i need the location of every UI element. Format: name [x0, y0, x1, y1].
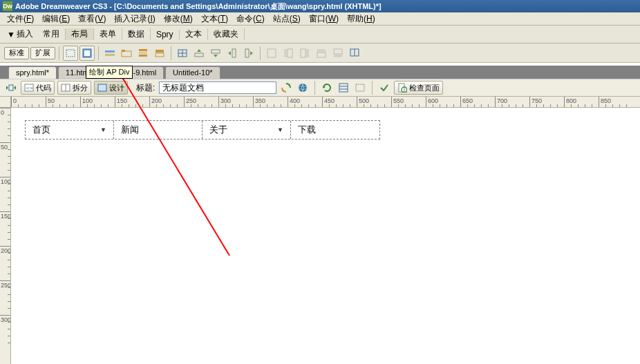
design-icon [97, 83, 107, 93]
svg-rect-5 [122, 51, 131, 57]
spry-collapsible-button[interactable] [152, 46, 167, 61]
frames-dropdown-button[interactable] [347, 46, 362, 61]
spry-item-news[interactable]: 新闻 [114, 121, 203, 139]
insert-tab-text[interactable]: 文本 [180, 28, 208, 40]
spry-accordion-button[interactable] [135, 46, 151, 61]
document-toolbar: <>代码 拆分 设计 标题: 检查页面 [0, 79, 640, 97]
view-split-button[interactable]: 拆分 [57, 81, 91, 95]
menu-file[interactable]: 文件(F) [3, 13, 38, 25]
svg-rect-35 [98, 84, 106, 91]
design-canvas[interactable]: 0501001502002503003504004505005506006507… [0, 97, 640, 364]
frames-top-button[interactable] [314, 46, 329, 61]
spry-item-home[interactable]: 首页▼ [26, 121, 114, 139]
svg-rect-20 [284, 49, 287, 57]
insert-row-above-button[interactable] [191, 46, 207, 61]
refresh-button[interactable] [320, 81, 334, 95]
window-title-text: Adobe Dreamweaver CS3 - [C:\Documents an… [15, 1, 382, 12]
insert-col-right-button[interactable] [241, 46, 256, 61]
frames-bottom-button[interactable] [330, 46, 346, 61]
file-management-button[interactable] [279, 81, 293, 95]
svg-rect-9 [139, 55, 147, 57]
ap-div-icon [82, 48, 93, 59]
svg-rect-38 [339, 84, 348, 92]
svg-text:<>: <> [26, 85, 33, 91]
insert-div-tag-button[interactable] [63, 46, 78, 61]
separator [260, 46, 261, 60]
frames-right-button[interactable] [297, 46, 312, 61]
menubar-icon [104, 48, 115, 59]
title-label: 标题: [136, 82, 155, 94]
document-page[interactable]: 首页▼ 新闻 关于▼ 下载 [11, 108, 640, 364]
insert-row-below-button[interactable] [208, 46, 223, 61]
separator [171, 46, 171, 60]
check-page-icon [397, 83, 407, 93]
svg-rect-4 [105, 54, 115, 56]
table-button[interactable] [175, 46, 190, 61]
validate-button[interactable] [377, 81, 391, 95]
frames-icon [332, 48, 343, 59]
insert-tab-data[interactable]: 数据 [122, 28, 151, 40]
insert-tab-favorites[interactable]: 收藏夹 [208, 28, 245, 40]
menu-help[interactable]: 帮助(H) [343, 13, 379, 25]
svg-point-36 [299, 84, 307, 92]
preview-browser-button[interactable] [296, 81, 310, 95]
spry-item-download[interactable]: 下载 [291, 121, 379, 139]
insert-tab-common[interactable]: 常用 [37, 28, 66, 40]
view-options-button[interactable] [337, 81, 350, 95]
insert-tab-layout[interactable]: 布局 [66, 28, 94, 40]
view-code-button[interactable]: <>代码 [21, 81, 55, 95]
svg-rect-8 [139, 52, 147, 54]
insert-tab-spry[interactable]: Spry [151, 30, 180, 39]
insert-dropdown[interactable]: ▼ 插入 [3, 28, 37, 40]
menu-modify[interactable]: 修改(M) [160, 13, 197, 25]
spry-menu-bar[interactable]: 首页▼ 新闻 关于▼ 下载 [25, 120, 380, 140]
validate-icon [379, 82, 390, 93]
svg-rect-3 [105, 50, 115, 52]
separator [59, 46, 59, 60]
visual-aids-button[interactable] [353, 81, 367, 95]
tabbed-icon [121, 48, 132, 59]
svg-rect-17 [232, 49, 236, 57]
mode-standard-button[interactable]: 标准 [4, 47, 29, 59]
collapsible-icon [154, 48, 165, 59]
check-page-button[interactable]: 检查页面 [394, 81, 443, 95]
insert-col-left-button[interactable] [225, 46, 240, 61]
menu-commands[interactable]: 命令(C) [232, 13, 269, 25]
spry-item-about[interactable]: 关于▼ [203, 121, 291, 139]
frames-dropdown-icon [349, 48, 360, 59]
svg-rect-25 [317, 52, 326, 57]
svg-rect-16 [211, 50, 220, 53]
separator [98, 46, 99, 60]
insert-toolbar: 标准 扩展 [0, 44, 640, 63]
menu-window[interactable]: 窗口(W) [305, 13, 343, 25]
nav-button[interactable] [4, 81, 18, 95]
document-title-input[interactable] [159, 82, 276, 94]
menu-insert[interactable]: 插入记录(I) [110, 13, 159, 25]
iframe-button[interactable] [264, 46, 279, 61]
spry-menubar-button[interactable] [102, 46, 117, 61]
svg-rect-21 [288, 49, 292, 57]
svg-rect-0 [66, 50, 75, 57]
frames-left-button[interactable] [281, 46, 296, 61]
doc-tab-spry[interactable]: spry.html* [8, 66, 57, 79]
svg-rect-10 [156, 50, 164, 52]
draw-ap-div-button[interactable] [79, 46, 95, 61]
iframe-icon [266, 48, 277, 59]
svg-rect-22 [301, 49, 305, 57]
menu-edit[interactable]: 编辑(E) [38, 13, 74, 25]
svg-rect-27 [334, 55, 342, 57]
menu-site[interactable]: 站点(S) [269, 13, 305, 25]
div-icon [65, 48, 76, 59]
spry-tabbed-button[interactable] [119, 46, 134, 61]
view-design-button[interactable]: 设计 [94, 81, 128, 95]
menu-view[interactable]: 查看(V) [74, 13, 110, 25]
doc-tab-untitled10[interactable]: Untitled-10* [165, 66, 220, 79]
split-icon [61, 83, 70, 93]
window-title-bar: Dw Adobe Dreamweaver CS3 - [C:\Documents… [0, 0, 640, 12]
mode-expanded-button[interactable]: 扩展 [30, 47, 55, 59]
svg-rect-15 [195, 53, 203, 57]
menu-text[interactable]: 文本(T) [197, 13, 232, 25]
separator [372, 81, 373, 95]
insert-tab-forms[interactable]: 表单 [94, 28, 122, 40]
svg-rect-24 [317, 49, 326, 52]
